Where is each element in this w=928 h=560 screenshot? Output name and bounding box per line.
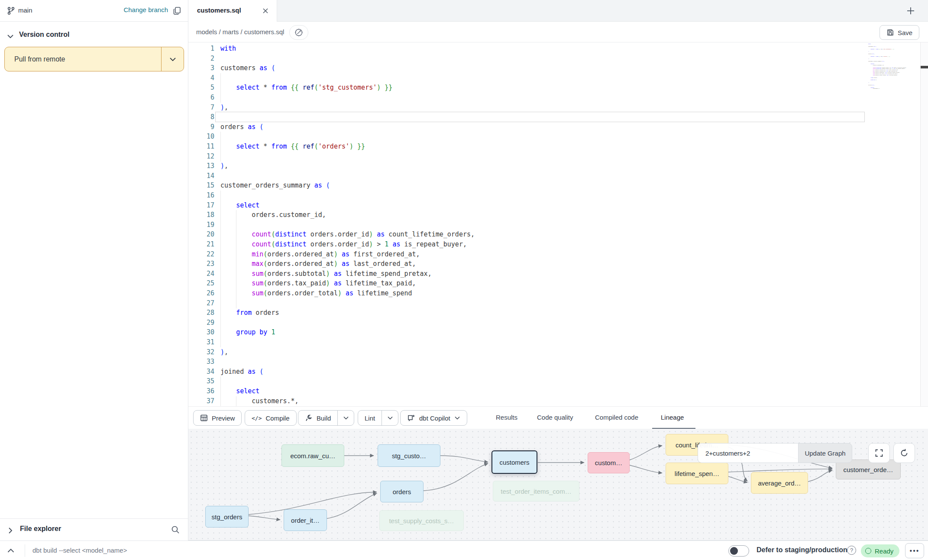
code-line: 7), xyxy=(188,103,925,113)
build-button[interactable]: Build xyxy=(298,410,354,426)
update-graph-button[interactable]: Update Graph xyxy=(798,443,852,463)
tab-results[interactable]: Results xyxy=(496,414,517,421)
lineage-edge-average-order-value-to-customer-orders xyxy=(808,470,832,482)
defer-label: Defer to staging/production xyxy=(757,546,847,554)
line-number: 20 xyxy=(188,230,214,240)
lineage-node-test-supply-costs[interactable]: test_supply_costs_s… xyxy=(379,510,464,531)
indent-guide xyxy=(236,220,236,230)
lineage-edge-customers-semantic-to-lifetime-spend xyxy=(630,465,662,473)
line-number: 24 xyxy=(188,269,214,279)
code-line: 25 sum(orders.tax_paid) as lifetime_tax_… xyxy=(188,278,925,288)
lineage-node-order-items[interactable]: order_it… xyxy=(284,509,327,531)
code-line: 6 xyxy=(188,93,925,103)
change-branch-link[interactable]: Change branch xyxy=(123,6,168,13)
tab-compiled-code[interactable]: Compiled code xyxy=(595,414,638,421)
code-line: 31 xyxy=(188,337,925,347)
line-number: 27 xyxy=(188,298,214,308)
pull-options-chevron[interactable] xyxy=(161,47,184,71)
code-line: 18 orders.customer_id, xyxy=(188,210,925,220)
version-control-section-header[interactable]: Version control xyxy=(0,27,188,44)
copilot-compass-button[interactable] xyxy=(289,25,308,40)
code-line: 22 min(orders.ordered_at) as first_order… xyxy=(188,249,925,259)
tab-title: customers.sql xyxy=(197,6,241,14)
chevron-down-icon xyxy=(7,34,14,39)
chevron-up-icon[interactable] xyxy=(7,548,15,554)
help-icon[interactable]: ? xyxy=(847,546,856,555)
line-number: 29 xyxy=(188,318,214,328)
more-options-button[interactable]: ••• xyxy=(905,543,924,558)
line-number: 34 xyxy=(188,367,214,377)
pull-from-remote-button[interactable]: Pull from remote xyxy=(4,47,184,71)
search-icon[interactable] xyxy=(171,525,180,534)
fullscreen-button[interactable] xyxy=(868,443,890,463)
code-line: 30 group by 1 xyxy=(188,327,925,337)
indent-guide xyxy=(236,298,236,308)
chevron-down-icon xyxy=(169,57,176,62)
save-button[interactable]: Save xyxy=(879,25,919,40)
code-line: 16 xyxy=(188,191,925,201)
sidebar: main Change branch Version control Pull … xyxy=(0,0,188,541)
preview-button[interactable]: Preview xyxy=(193,410,242,426)
lint-options-chevron[interactable] xyxy=(382,411,398,425)
code-line: 17 select xyxy=(188,201,925,210)
line-number: 16 xyxy=(188,191,214,201)
lineage-canvas[interactable]: ecom.raw_cu…stg_custo…customerscustom…co… xyxy=(188,429,928,541)
code-editor[interactable]: withcustomers as ( select * from {{ ref(… xyxy=(188,42,928,406)
indent-guide xyxy=(220,152,221,162)
defer-toggle[interactable] xyxy=(728,545,749,557)
line-number: 12 xyxy=(188,152,214,162)
save-label: Save xyxy=(898,29,912,36)
lineage-node-test-order-items[interactable]: test_order_items_com… xyxy=(493,481,579,502)
fullscreen-icon xyxy=(875,449,883,457)
preview-label: Preview xyxy=(212,414,235,422)
code-line: 23 max(orders.ordered_at) as last_ordere… xyxy=(188,259,925,269)
line-number: 18 xyxy=(188,210,214,220)
chevron-down-icon xyxy=(454,416,460,420)
code-line: 2 xyxy=(188,54,925,64)
wrench-icon xyxy=(305,414,313,422)
line-number: 3 xyxy=(188,63,214,73)
lineage-selector-input[interactable]: 2+customers+2 xyxy=(698,443,798,463)
code-line: 26 sum(orders.order_total) as lifetime_s… xyxy=(188,288,925,298)
lineage-node-average-order-value[interactable]: average_ord… xyxy=(751,472,808,494)
lint-button[interactable]: Lint xyxy=(358,410,398,426)
lineage-node-ecom-raw-customers[interactable]: ecom.raw_cu… xyxy=(281,444,344,467)
lineage-node-lifetime-spend[interactable]: lifetime_spen… xyxy=(666,463,728,484)
close-icon[interactable] xyxy=(261,6,270,15)
status-badge: Ready xyxy=(861,544,899,557)
help-glyph: ? xyxy=(850,547,853,554)
line-number: 5 xyxy=(188,83,214,93)
line-number: 21 xyxy=(188,240,214,249)
lineage-node-orders[interactable]: orders xyxy=(380,481,424,502)
breadcrumb: models / marts / customers.sql xyxy=(196,28,284,36)
lineage-node-stg-customers[interactable]: stg_custo… xyxy=(378,444,440,467)
copy-icon[interactable] xyxy=(172,6,182,16)
compile-button[interactable]: </> Compile xyxy=(245,410,297,426)
command-input[interactable]: dbt build --select <model_name> xyxy=(32,547,127,554)
build-options-chevron[interactable] xyxy=(337,411,354,425)
code-line: 13), xyxy=(188,161,925,171)
copilot-sparkle-icon xyxy=(407,414,415,422)
line-number: 17 xyxy=(188,201,214,210)
indent-guide xyxy=(220,93,221,103)
refresh-icon xyxy=(900,449,909,457)
build-label: Build xyxy=(317,414,331,422)
lineage-node-customers-semantic[interactable]: custom… xyxy=(588,452,630,473)
status-bar: dbt build --select <model_name> Defer to… xyxy=(0,541,928,560)
line-number: 15 xyxy=(188,181,214,191)
tab-code-quality[interactable]: Code quality xyxy=(537,414,573,421)
line-number: 10 xyxy=(188,132,214,142)
lineage-node-customers[interactable]: customers xyxy=(491,450,537,474)
code-line: 9orders as ( xyxy=(188,122,925,132)
code-line: 8 xyxy=(188,112,925,122)
compass-icon xyxy=(294,28,304,37)
lineage-node-stg-orders[interactable]: stg_orders xyxy=(205,506,249,528)
new-tab-icon[interactable] xyxy=(905,6,916,16)
tab-lineage[interactable]: Lineage xyxy=(661,414,684,421)
tab-customers-sql[interactable]: customers.sql xyxy=(188,0,277,22)
dbt-copilot-button[interactable]: dbt Copilot xyxy=(400,410,467,426)
line-number: 11 xyxy=(188,142,214,152)
file-explorer-section-header[interactable]: File explorer xyxy=(0,518,188,541)
refresh-graph-button[interactable] xyxy=(893,443,915,463)
ready-label: Ready xyxy=(875,547,893,555)
